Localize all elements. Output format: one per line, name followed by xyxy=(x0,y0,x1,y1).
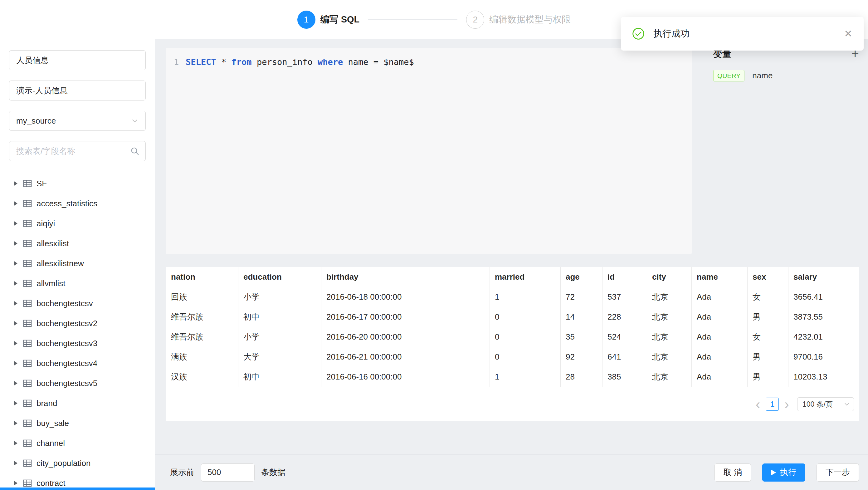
page-size-select[interactable]: 100 条/页 xyxy=(797,397,854,411)
chevron-down-icon xyxy=(131,117,138,125)
caret-right-icon[interactable] xyxy=(14,401,18,406)
table-tree-item[interactable]: aiqiyi xyxy=(0,213,155,234)
table-tree-item[interactable]: channel xyxy=(0,433,155,453)
footer-bar: 展示前 条数据 取 消 执行 下一步 xyxy=(155,454,868,490)
variable-list: QUERYname xyxy=(713,70,859,82)
table-cell: 初中 xyxy=(238,367,321,387)
caret-right-icon[interactable] xyxy=(14,321,18,326)
table-tree-item[interactable]: city_population xyxy=(0,453,155,473)
close-icon[interactable]: ✕ xyxy=(844,29,852,39)
column-header: age xyxy=(561,267,602,287)
sql-keyword: SELECT xyxy=(186,57,216,67)
sql-editor-wrap: 1 SELECT * from person_info where name =… xyxy=(155,39,702,267)
results-panel: nationeducationbirthdaymarriedageidcityn… xyxy=(166,267,859,421)
table-search-input[interactable] xyxy=(9,141,146,161)
stepper: 1 编写 SQL 2 编辑数据模型与权限 xyxy=(297,10,571,29)
caret-right-icon[interactable] xyxy=(14,381,18,386)
table-tree-item[interactable]: bochengtestcsv3 xyxy=(0,333,155,353)
table-tree-item[interactable]: SF xyxy=(0,174,155,193)
table-cell: 女 xyxy=(748,287,788,307)
datasource-select-value: my_source xyxy=(16,116,56,126)
table-tree-item[interactable]: bochengtestcsv5 xyxy=(0,373,155,393)
limit-suffix-label: 条数据 xyxy=(261,467,285,478)
variable-item: QUERYname xyxy=(713,70,859,82)
table-cell: 2016-06-16 00:00:00 xyxy=(321,367,490,387)
table-cell: Ada xyxy=(692,307,748,327)
table-cell: 9700.16 xyxy=(788,347,859,367)
table-cell: 641 xyxy=(602,347,647,367)
table-cell: 男 xyxy=(748,347,788,367)
table-name: bochengtestcsv4 xyxy=(36,359,97,368)
table-tree-item[interactable]: bochengtestcsv4 xyxy=(0,353,155,373)
table-tree-item[interactable]: bochengtestcsv2 xyxy=(0,313,155,333)
next-page-button chevron-right-icon[interactable]: › xyxy=(784,397,789,411)
sidebar-scrollbar[interactable] xyxy=(0,488,155,490)
next-step-button[interactable]: 下一步 xyxy=(816,463,859,482)
run-button-label: 执行 xyxy=(780,467,796,478)
table-cell: 3873.55 xyxy=(788,307,859,327)
page-size-value: 100 条/页 xyxy=(803,399,833,409)
caret-right-icon[interactable] xyxy=(14,481,18,486)
table-cell: 14 xyxy=(561,307,602,327)
caret-right-icon[interactable] xyxy=(14,461,18,466)
step-1-write-sql[interactable]: 1 编写 SQL xyxy=(297,10,360,29)
sql-text: name = $name$ xyxy=(343,57,414,67)
datasource-select[interactable]: my_source xyxy=(9,111,146,131)
table-tree-item[interactable]: brand xyxy=(0,393,155,413)
caret-right-icon[interactable] xyxy=(14,261,18,266)
table-grid-icon xyxy=(23,419,32,428)
table-cell: Ada xyxy=(692,347,748,367)
table-grid-icon xyxy=(23,458,32,468)
table-grid-icon xyxy=(23,299,32,308)
table-cell: 北京 xyxy=(647,287,692,307)
column-header: name xyxy=(692,267,748,287)
caret-right-icon[interactable] xyxy=(14,201,18,206)
dataset-alias-input[interactable] xyxy=(9,81,146,100)
table-tree-item[interactable]: allesxilist xyxy=(0,234,155,253)
table-cell: 北京 xyxy=(647,327,692,347)
table-cell: 汉族 xyxy=(166,367,238,387)
caret-right-icon[interactable] xyxy=(14,221,18,226)
table-grid-icon xyxy=(23,359,32,368)
table-grid-icon xyxy=(23,279,32,288)
run-sql-button[interactable]: 执行 xyxy=(762,463,805,482)
table-cell: 2016-06-21 00:00:00 xyxy=(321,347,490,367)
table-cell: 2016-06-18 00:00:00 xyxy=(321,287,490,307)
table-name: channel xyxy=(36,438,65,448)
caret-right-icon[interactable] xyxy=(14,341,18,346)
caret-right-icon[interactable] xyxy=(14,441,18,446)
caret-right-icon[interactable] xyxy=(14,241,18,246)
table-tree-item[interactable]: allvmlist xyxy=(0,273,155,294)
caret-right-icon[interactable] xyxy=(14,361,18,366)
table-cell: 男 xyxy=(748,307,788,327)
column-header: sex xyxy=(748,267,788,287)
step-2-edit-model[interactable]: 2 编辑数据模型与权限 xyxy=(466,10,571,29)
cancel-button[interactable]: 取 消 xyxy=(714,463,751,482)
table-tree-item[interactable]: allesxilistnew xyxy=(0,253,155,273)
table-cell: 72 xyxy=(561,287,602,307)
prev-page-button chevron-left-icon[interactable]: ‹ xyxy=(756,397,761,411)
table-cell: 2016-06-20 00:00:00 xyxy=(321,327,490,347)
table-name: allesxilistnew xyxy=(36,259,84,268)
table-tree-item[interactable]: bochengtestcsv xyxy=(0,294,155,313)
dataset-name-input[interactable] xyxy=(9,50,146,70)
caret-right-icon[interactable] xyxy=(14,181,18,186)
table-cell: 维吾尔族 xyxy=(166,307,238,327)
table-name: SF xyxy=(36,179,47,188)
sql-code-line: SELECT * from person_info where name = $… xyxy=(186,57,414,67)
table-grid-icon xyxy=(23,339,32,348)
success-toast: 执行成功 ✕ xyxy=(621,17,864,51)
caret-right-icon[interactable] xyxy=(14,301,18,306)
caret-right-icon[interactable] xyxy=(14,421,18,426)
table-tree-item[interactable]: buy_sale xyxy=(0,413,155,433)
table-grid-icon xyxy=(23,179,32,188)
table-grid-icon xyxy=(23,438,32,448)
table-name: aiqiyi xyxy=(36,219,55,228)
table-grid-icon xyxy=(23,259,32,268)
sql-code-row: 1 SELECT * from person_info where name =… xyxy=(174,57,692,67)
caret-right-icon[interactable] xyxy=(14,281,18,286)
row-limit-input[interactable] xyxy=(201,463,255,482)
current-page-button[interactable]: 1 xyxy=(766,398,779,411)
table-tree-item[interactable]: access_statistics xyxy=(0,193,155,213)
sql-editor[interactable]: 1 SELECT * from person_info where name =… xyxy=(166,48,692,254)
